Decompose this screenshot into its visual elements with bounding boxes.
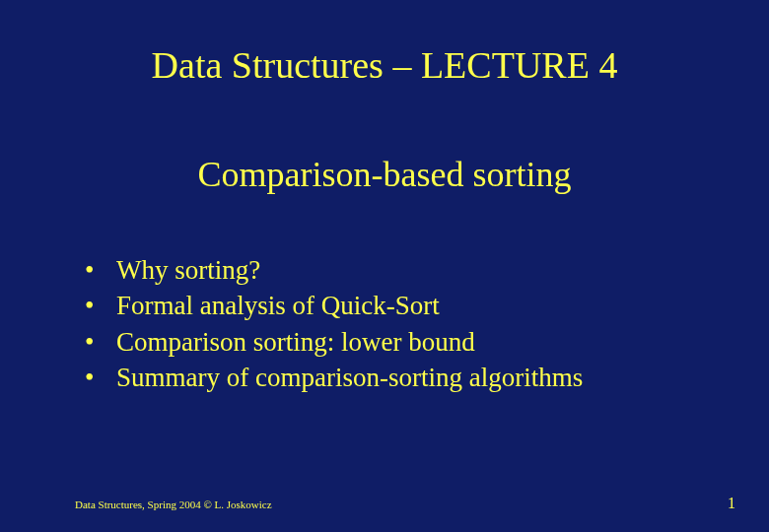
bullet-icon: •: [85, 324, 116, 360]
list-item: • Comparison sorting: lower bound: [85, 324, 694, 360]
bullet-text: Summary of comparison-sorting algorithms: [116, 360, 583, 395]
page-number: 1: [728, 495, 735, 512]
list-item: • Summary of comparison-sorting algorith…: [85, 360, 694, 395]
bullet-list: • Why sorting? • Formal analysis of Quic…: [75, 252, 694, 396]
footer-text: Data Structures, Spring 2004 © L. Joskow…: [75, 499, 272, 510]
list-item: • Formal analysis of Quick-Sort: [85, 288, 694, 323]
list-item: • Why sorting?: [85, 252, 694, 288]
slide-title: Data Structures – LECTURE 4: [75, 43, 694, 87]
slide-subtitle: Comparison-based sorting: [75, 154, 694, 195]
bullet-icon: •: [85, 360, 116, 395]
bullet-text: Comparison sorting: lower bound: [116, 324, 475, 360]
bullet-text: Why sorting?: [116, 252, 260, 288]
slide: Data Structures – LECTURE 4 Comparison-b…: [0, 0, 769, 532]
bullet-text: Formal analysis of Quick-Sort: [116, 288, 440, 323]
bullet-icon: •: [85, 288, 116, 323]
bullet-icon: •: [85, 252, 116, 288]
